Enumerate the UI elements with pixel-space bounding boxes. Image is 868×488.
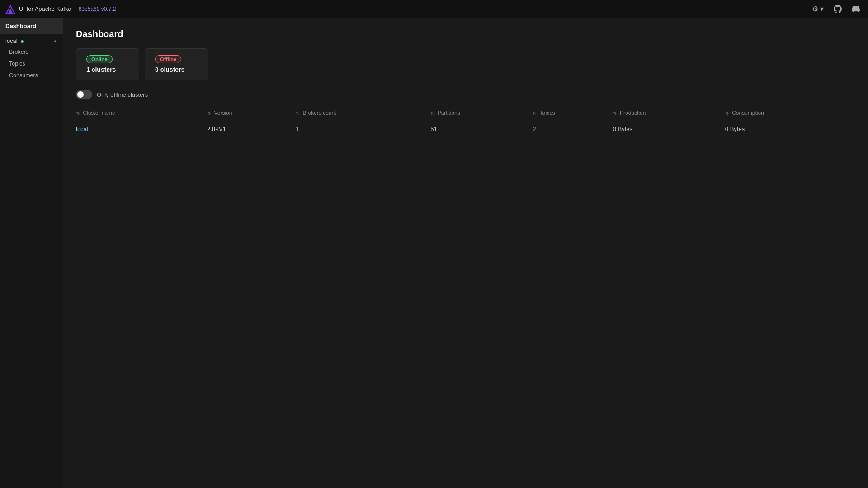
settings-button[interactable]: ⚙ ▾	[810, 4, 826, 14]
online-badge: Online	[86, 55, 113, 63]
table-body: local2.8-IV115120 Bytes0 Bytes	[76, 120, 855, 138]
td-consumption: 0 Bytes	[725, 120, 855, 138]
sidebar-cluster-header: local ▲	[0, 34, 63, 46]
toggle-row: Only offline clusters	[76, 90, 855, 99]
online-count: 1 clusters	[86, 66, 129, 73]
th-consumption[interactable]: ⇅ Consumption	[725, 106, 855, 120]
page-title: Dashboard	[76, 29, 855, 39]
sidebar-item-brokers[interactable]: Brokers	[0, 46, 63, 58]
td-brokers_count: 1	[296, 120, 430, 138]
github-button[interactable]	[832, 4, 844, 14]
table-row: local2.8-IV115120 Bytes0 Bytes	[76, 120, 855, 138]
sort-icon-cluster: ⇅	[76, 111, 80, 116]
th-brokers-count[interactable]: ⇅ Brokers count	[296, 106, 430, 120]
sort-icon-production: ⇅	[613, 111, 617, 116]
topnav: UI for Apache Kafka 83b5a60 v0.7.2 ⚙ ▾	[0, 0, 868, 18]
discord-button[interactable]	[850, 4, 862, 14]
sort-icon-partitions: ⇅	[430, 111, 434, 116]
table-header: ⇅ Cluster name ⇅ Version ⇅ Brokers count…	[76, 106, 855, 120]
version-badge: 83b5a60 v0.7.2	[79, 6, 116, 12]
td-partitions: 51	[430, 120, 533, 138]
td-version: 2.8-IV1	[207, 120, 296, 138]
sort-icon-consumption: ⇅	[725, 111, 729, 116]
brand: UI for Apache Kafka 83b5a60 v0.7.2	[5, 4, 116, 14]
sidebar-cluster-name-text: local	[5, 38, 18, 44]
discord-icon	[852, 5, 860, 13]
td-production: 0 Bytes	[613, 120, 725, 138]
td-cluster_name[interactable]: local	[76, 120, 207, 138]
table-header-row: ⇅ Cluster name ⇅ Version ⇅ Brokers count…	[76, 106, 855, 120]
sidebar-cluster-name: local	[5, 38, 24, 44]
sidebar-chevron-icon: ▲	[53, 38, 57, 43]
offline-card: Offline 0 clusters	[145, 48, 208, 80]
logo-icon	[5, 4, 15, 14]
th-topics[interactable]: ⇅ Topics	[533, 106, 613, 120]
main-content: Dashboard Online 1 clusters Offline 0 cl…	[63, 18, 868, 488]
settings-icon: ⚙	[812, 5, 818, 13]
sidebar: Dashboard local ▲ Brokers Topics Consume…	[0, 18, 63, 488]
sort-icon-brokers: ⇅	[296, 111, 299, 116]
toggle-label: Only offline clusters	[97, 91, 148, 98]
settings-chevron: ▾	[820, 5, 824, 13]
sort-icon-version: ⇅	[207, 111, 211, 116]
cluster-online-dot	[21, 40, 24, 43]
td-topics: 2	[533, 120, 613, 138]
th-version[interactable]: ⇅ Version	[207, 106, 296, 120]
offline-toggle[interactable]	[76, 90, 92, 99]
sidebar-item-consumers[interactable]: Consumers	[0, 70, 63, 81]
online-card: Online 1 clusters	[76, 48, 139, 80]
github-icon	[834, 5, 842, 13]
brand-name: UI for Apache Kafka	[19, 5, 71, 12]
th-production[interactable]: ⇅ Production	[613, 106, 725, 120]
cluster-cards: Online 1 clusters Offline 0 clusters	[76, 48, 855, 80]
offline-badge: Offline	[155, 55, 181, 63]
cluster-table: ⇅ Cluster name ⇅ Version ⇅ Brokers count…	[76, 106, 855, 138]
sidebar-item-topics[interactable]: Topics	[0, 58, 63, 70]
layout: Dashboard local ▲ Brokers Topics Consume…	[0, 18, 868, 488]
th-cluster-name[interactable]: ⇅ Cluster name	[76, 106, 207, 120]
th-partitions[interactable]: ⇅ Partitions	[430, 106, 533, 120]
nav-right: ⚙ ▾	[810, 4, 862, 14]
offline-count: 0 clusters	[155, 66, 198, 73]
sidebar-item-dashboard[interactable]: Dashboard	[0, 18, 63, 34]
sort-icon-topics: ⇅	[533, 111, 536, 116]
toggle-knob	[77, 91, 84, 98]
